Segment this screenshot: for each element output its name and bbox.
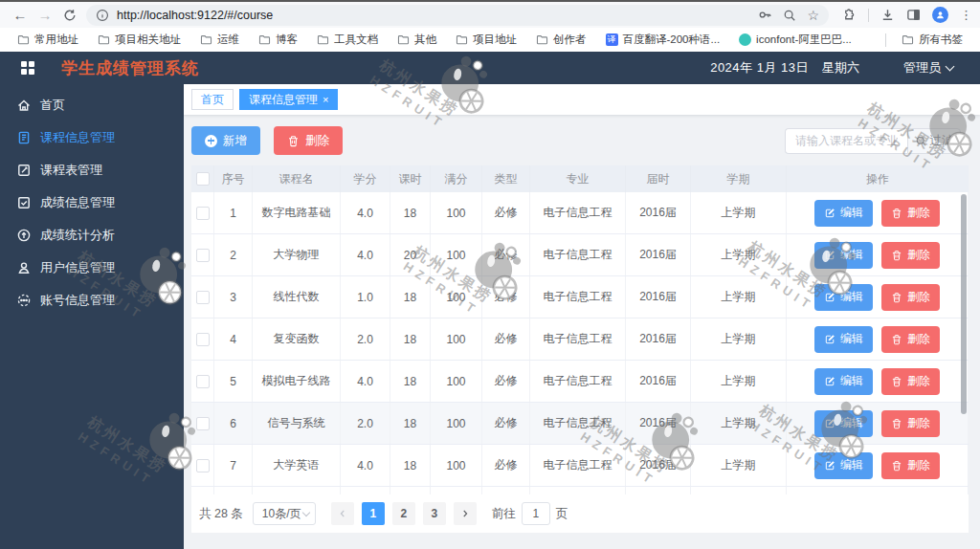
back-icon[interactable]: ← (8, 5, 33, 26)
page-size-select[interactable]: 10条/页 (253, 502, 316, 525)
forward-icon[interactable]: → (33, 5, 57, 26)
all-bookmarks[interactable]: 所有书签 (894, 31, 970, 49)
table-row: 6 信号与系统 2.0 18 100 必修 电子信息工程 2016届 上学期 (191, 403, 969, 445)
edit-button[interactable]: 编辑 (814, 242, 873, 269)
page-unit-label: 页 (556, 506, 568, 522)
download-icon[interactable] (880, 8, 895, 22)
row-delete-button[interactable]: 删除 (881, 326, 940, 353)
sidebar-item-course-info[interactable]: 课程信息管理 (0, 121, 184, 154)
tab-home[interactable]: 首页 (191, 89, 234, 110)
add-button[interactable]: 新增 (191, 126, 260, 155)
tab-course-info[interactable]: 课程信息管理 × (239, 89, 338, 110)
select-all-checkbox[interactable] (196, 172, 210, 186)
check-square-icon (16, 195, 32, 210)
home-icon (16, 98, 32, 113)
bookmark-folder[interactable]: 项目相关地址 (90, 31, 189, 49)
table-row: 7 大学英语 4.0 18 100 必修 电子信息工程 2016届 上学期 (191, 445, 969, 487)
notebook-icon (16, 130, 32, 145)
edit-button[interactable]: 编辑 (814, 200, 873, 227)
reload-icon[interactable] (57, 5, 82, 26)
delete-button[interactable]: 删除 (274, 126, 343, 155)
hamburger-grid-icon[interactable] (21, 61, 34, 75)
folder-icon (317, 33, 329, 46)
account-icon (16, 293, 32, 308)
filter-button[interactable]: 过滤 (907, 128, 961, 154)
sidebar: 首页 课程信息管理 课程表管理 成绩信息管理 成绩统计分析 (0, 84, 184, 549)
folder-icon (902, 33, 914, 46)
row-checkbox[interactable] (196, 291, 210, 304)
page-button-3[interactable]: 3 (423, 502, 446, 525)
edit-button[interactable]: 编辑 (814, 494, 873, 495)
trash-icon (891, 250, 902, 261)
password-key-icon[interactable] (758, 8, 772, 22)
trash-icon (891, 376, 902, 387)
edit-button[interactable]: 编辑 (814, 284, 873, 311)
page-button-2[interactable]: 2 (392, 502, 415, 525)
folder-icon (536, 33, 548, 46)
table-scrollbar[interactable] (961, 194, 967, 493)
edit-button[interactable]: 编辑 (814, 452, 873, 479)
chrome-menu-icon[interactable]: ⋮ (960, 8, 972, 22)
bookmark-folder[interactable]: 运维 (192, 31, 247, 49)
sidebar-item-grade-info[interactable]: 成绩信息管理 (0, 187, 184, 219)
bookmark-folder[interactable]: 其他 (390, 31, 444, 49)
bookmark-folder[interactable]: 常用地址 (10, 31, 86, 49)
user-icon (16, 260, 32, 275)
bookmark-iconfont[interactable]: iconfont-阿里巴巴... (731, 31, 859, 49)
sidebar-item-user-info[interactable]: 用户信息管理 (0, 252, 184, 284)
table-row: 4 复变函数 2.0 18 100 必修 电子信息工程 2016届 上学期 (191, 318, 969, 361)
chevron-down-icon (946, 62, 955, 72)
folder-icon (456, 33, 468, 46)
page-button-1[interactable]: 1 (362, 502, 385, 525)
row-delete-button[interactable]: 删除 (881, 284, 940, 311)
bookmark-folder[interactable]: 工具文档 (309, 31, 386, 49)
bookmark-folder[interactable]: 项目地址 (448, 31, 524, 49)
table-row: 3 线性代数 1.0 18 100 必修 电子信息工程 2016届 上学期 (191, 276, 969, 318)
browser-toolbar: ← → http://localhost:9122/#/course ☆ (0, 0, 980, 28)
baidu-translate-favicon: 译 (606, 33, 618, 46)
row-delete-button[interactable]: 删除 (881, 452, 940, 479)
bookmark-star-icon[interactable]: ☆ (807, 8, 819, 23)
tags-bar: 首页 课程信息管理 × (184, 84, 980, 115)
row-checkbox[interactable] (196, 459, 210, 472)
row-checkbox[interactable] (196, 333, 210, 346)
plus-circle-icon (205, 135, 217, 147)
row-checkbox[interactable] (196, 375, 210, 388)
zoom-icon[interactable] (783, 9, 796, 22)
row-delete-button[interactable]: 删除 (881, 494, 940, 495)
row-checkbox[interactable] (196, 417, 210, 430)
row-checkbox[interactable] (196, 207, 210, 220)
search-input[interactable] (785, 128, 907, 154)
profile-avatar[interactable] (932, 7, 948, 23)
row-delete-button[interactable]: 删除 (881, 242, 940, 269)
folder-icon (397, 33, 410, 46)
goto-page-input[interactable] (522, 502, 550, 525)
extensions-icon[interactable] (842, 8, 857, 22)
edit-button[interactable]: 编辑 (814, 410, 873, 437)
edit-icon (824, 334, 835, 345)
user-dropdown[interactable]: 管理员 (903, 59, 953, 77)
url-bar[interactable]: http://localhost:9122/#/course ☆ (86, 5, 829, 26)
row-delete-button[interactable]: 删除 (881, 368, 940, 395)
prev-page-button[interactable] (331, 502, 354, 525)
chevron-right-icon (460, 509, 470, 518)
bookmark-folder[interactable]: 博客 (251, 31, 305, 49)
header-date: 2024年 1月 13日 (710, 59, 809, 77)
sidebar-item-grade-stats[interactable]: 成绩统计分析 (0, 219, 184, 252)
bookmark-folder[interactable]: 创作者 (528, 31, 594, 49)
next-page-button[interactable] (454, 502, 477, 525)
close-icon[interactable]: × (323, 95, 328, 105)
row-delete-button[interactable]: 删除 (881, 410, 940, 437)
row-checkbox[interactable] (196, 249, 210, 262)
sidebar-item-home[interactable]: 首页 (0, 89, 184, 121)
site-info-icon[interactable] (96, 9, 109, 22)
app-title: 学生成绩管理系统 (61, 57, 199, 79)
sidebar-item-timetable[interactable]: 课程表管理 (0, 154, 184, 187)
sidebar-item-account-info[interactable]: 账号信息管理 (0, 284, 184, 317)
edit-button[interactable]: 编辑 (814, 368, 873, 395)
row-delete-button[interactable]: 删除 (881, 200, 940, 227)
bookmark-baidu-translate[interactable]: 译 百度翻译-200种语... (598, 31, 728, 49)
edit-button[interactable]: 编辑 (814, 326, 873, 353)
divider (885, 33, 886, 47)
side-panel-icon[interactable] (906, 8, 921, 22)
